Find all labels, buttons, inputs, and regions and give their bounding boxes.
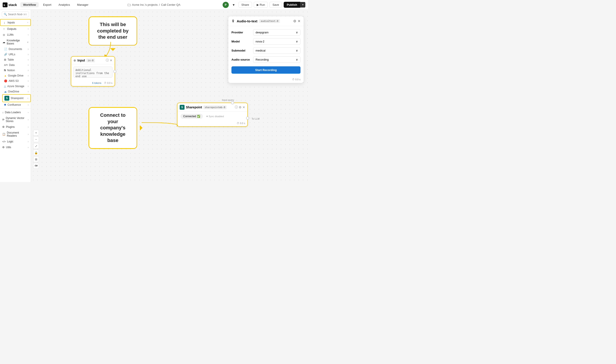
model-select[interactable]: nova-2 ∨ (253, 38, 300, 45)
drag-handle[interactable]: ≡ (28, 53, 29, 56)
sync-status: Sync disabled (206, 115, 224, 118)
audio-close-btn[interactable]: ✕ (298, 19, 300, 23)
nav-tab-workflow[interactable]: Workflow (20, 2, 39, 7)
drag-handle[interactable]: ≡ (28, 85, 29, 88)
breadcrumb-project[interactable]: Acme Inc.'s projects (132, 3, 158, 6)
sidebar-item-dynamic-vector-stores[interactable]: ⟳ Dynamic Vector Stores › (0, 115, 31, 124)
sidebar-item-knowledge-bases[interactable]: ☁ Knowledge Bases ∨ (0, 38, 31, 46)
sidebar-item-azure-storage[interactable]: △ Azure Storage ≡ (2, 84, 31, 89)
audio-settings-btn[interactable]: ⚙ (293, 19, 296, 23)
audio-source-select[interactable]: Recording ∨ (253, 56, 300, 63)
sp-close-btn[interactable]: ✕ (242, 105, 245, 109)
sidebar-item-utils[interactable]: ⚙ Utils › (0, 144, 31, 150)
audio-time: ⏱ 0.0 s (292, 78, 300, 81)
sidebar-item-notion[interactable]: N Notion ≡ (2, 68, 31, 73)
main-layout: 🔍 ⌘K ↓ Inputs › ↑ Outputs › ◎ LLMs › (0, 10, 308, 182)
documents-label: Documents (9, 48, 22, 51)
lock-btn[interactable]: 🔒 (33, 150, 39, 156)
data-loaders-label: Data Loaders (5, 111, 21, 114)
save-button[interactable]: Save (269, 2, 282, 8)
sync-label: Sync disabled (209, 115, 224, 118)
input-info-btn[interactable]: ⓘ (106, 58, 109, 62)
drag-handle[interactable]: ≡ (28, 64, 29, 66)
sidebar-item-onedrive[interactable]: ☁ OneDrive ≡ (2, 89, 31, 94)
doc-readers-icon: 📋 (2, 133, 6, 136)
connected-label: Connected (183, 115, 196, 118)
zoom-out-btn[interactable]: − (33, 136, 39, 142)
cursor-tool-btn[interactable]: ▼ (230, 2, 237, 8)
notion-label: Notion (7, 69, 15, 72)
model-value: nova-2 (255, 40, 264, 43)
topbar: s stack Workflow Export Analytics Manage… (0, 0, 308, 10)
sp-to-llm-label: To LLM (252, 117, 260, 120)
azure-label: Azure Storage (7, 85, 24, 88)
sidebar: 🔍 ⌘K ↓ Inputs › ↑ Outputs › ◎ LLMs › (0, 10, 31, 182)
fit-btn[interactable]: ⤢ (33, 143, 39, 149)
search-nodes-box[interactable]: 🔍 ⌘K (2, 12, 29, 17)
drag-handle[interactable]: ≡ (27, 97, 28, 100)
model-row: Model nova-2 ∨ (231, 38, 300, 45)
input-node-title: Input (78, 59, 85, 62)
grid-btn[interactable]: ⊞ (33, 156, 39, 162)
share-button[interactable]: Share (239, 2, 252, 8)
outputs-icon: ↑ (2, 27, 6, 30)
sidebar-item-table[interactable]: ⊞ Table ≡ (2, 57, 31, 62)
run-button[interactable]: ▶ Run (254, 2, 268, 8)
sp-settings-btn[interactable]: ⚙ (239, 105, 242, 109)
table-icon: ⊞ (4, 58, 6, 61)
breadcrumb-page[interactable]: Call Center QA (161, 3, 180, 6)
sidebar-item-google-drive[interactable]: ▲ Google Drive ≡ (2, 73, 31, 78)
drag-handle[interactable]: ≡ (28, 104, 29, 106)
logic-label: Logic (7, 140, 13, 143)
drag-handle[interactable]: ≡ (28, 48, 29, 51)
input-close-btn[interactable]: ✕ (110, 58, 112, 62)
nav-tab-export[interactable]: Export (40, 2, 54, 7)
drag-handle[interactable]: ≡ (28, 69, 29, 72)
sidebar-item-data-loaders[interactable]: ↓ Data Loaders › (0, 109, 31, 115)
audio-source-value: Recording (255, 58, 269, 61)
sidebar-item-outputs[interactable]: ↑ Outputs › (0, 26, 31, 32)
input-textarea[interactable]: Additional instructions from the end use (73, 66, 112, 78)
zoom-in-btn[interactable]: + (33, 130, 39, 136)
publish-main-btn[interactable]: Publish (284, 2, 300, 8)
sidebar-item-inputs[interactable]: ↓ Inputs › (0, 19, 31, 26)
sidebar-item-data[interactable]: API Data ≡ (2, 62, 31, 68)
kb-label: Knowledge Bases (7, 39, 26, 45)
publish-dropdown-btn[interactable]: ▾ (300, 2, 305, 8)
sidebar-item-document-readers[interactable]: 📋 Document Readers › (0, 130, 31, 139)
data-icon: API (4, 64, 8, 66)
topbar-right: P ▼ Share ▶ Run Save Publish ▾ (223, 2, 305, 8)
search-icon: 🔍 (4, 13, 7, 16)
sidebar-item-documents[interactable]: 📄 Documents ≡ (2, 46, 31, 52)
drag-handle[interactable]: ≡ (28, 80, 29, 82)
svg-text:s: s (3, 3, 5, 7)
submodel-select[interactable]: medical ∨ (253, 47, 300, 54)
drag-handle[interactable]: ≡ (28, 74, 29, 77)
drag-handle[interactable]: ≡ (28, 90, 29, 93)
sidebar-item-sharepoint[interactable]: S Sharepoint ≡ (2, 94, 31, 102)
sp-info-btn[interactable]: ⓘ (235, 105, 238, 109)
nav-tab-analytics[interactable]: Analytics (56, 2, 73, 7)
publish-button-group: Publish ▾ (284, 2, 305, 8)
documents-icon: 📄 (4, 48, 7, 51)
model-label: Model (231, 40, 251, 43)
sp-top-connector[interactable] (231, 101, 234, 104)
sidebar-item-confluence[interactable]: ✱ Confluence ≡ (2, 102, 31, 107)
sidebar-item-llms[interactable]: ◎ LLMs › (0, 32, 31, 38)
sp-node-header: S Sharepoint sharepointmb-0 ⓘ ⚙ ✕ (177, 103, 247, 112)
search-input[interactable] (8, 13, 22, 16)
audio-panel-body: Provider deepgram ∨ Model nova-2 ∨ Submo… (228, 26, 304, 77)
sidebar-item-logic[interactable]: </> Logic › (0, 139, 31, 144)
start-recording-button[interactable]: Start Recording (231, 66, 300, 74)
sidebar-item-aws-s3[interactable]: 🔴 AWS S3 ≡ (2, 78, 31, 84)
workflow-canvas[interactable]: This will be completed by the end user ⊕… (31, 10, 308, 182)
sidebar-item-plugins[interactable]: ⚙ Plugins › (0, 124, 31, 130)
nav-tab-manager[interactable]: Manager (74, 2, 91, 7)
drag-handle[interactable]: ≡ (28, 58, 29, 61)
provider-select[interactable]: deepgram ∨ (253, 29, 300, 36)
run-label: Run (260, 3, 265, 6)
input-right-connector[interactable] (113, 70, 116, 73)
map-btn[interactable]: 🗺 (33, 163, 39, 169)
sidebar-item-urls[interactable]: 🔗 URLs ≡ (2, 52, 31, 57)
sp-right-connector[interactable] (246, 117, 249, 120)
